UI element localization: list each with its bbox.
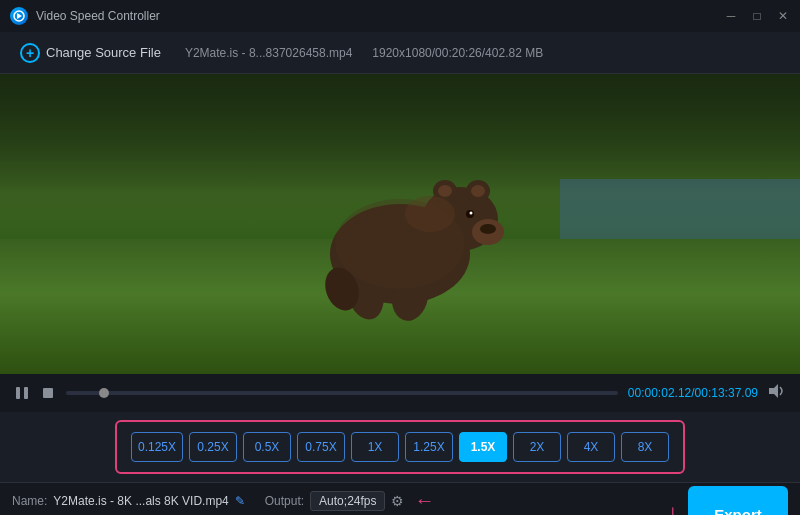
change-source-button[interactable]: + Change Source File [12, 39, 169, 67]
speed-button-4x[interactable]: 4X [567, 432, 615, 462]
speed-button-075x[interactable]: 0.75X [297, 432, 345, 462]
progress-handle[interactable] [99, 388, 109, 398]
speed-button-8x[interactable]: 8X [621, 432, 669, 462]
output-value[interactable]: Auto;24fps [310, 491, 385, 511]
output-section: Output: Auto;24fps ⚙ ← [265, 489, 435, 512]
speed-button-15x[interactable]: 1.5X [459, 432, 507, 462]
close-button[interactable]: ✕ [776, 9, 790, 23]
output-label: Output: [265, 494, 304, 508]
total-time: 00:13:37.09 [695, 386, 758, 400]
water-reflection [560, 179, 800, 239]
progress-bar[interactable] [66, 391, 618, 395]
speed-container: 0.125X0.25X0.5X0.75X1X1.25X1.5X2X4X8X [0, 412, 800, 482]
svg-point-6 [438, 185, 452, 197]
file-details: 1920x1080/00:20:26/402.82 MB [372, 46, 543, 60]
current-time: 00:00:02.12 [628, 386, 691, 400]
stop-button[interactable] [40, 385, 56, 401]
change-source-label: Change Source File [46, 45, 161, 60]
svg-point-11 [470, 212, 473, 215]
video-thumbnail [0, 74, 800, 374]
edit-icon[interactable]: ✎ [235, 494, 245, 508]
playback-bar: 00:00:02.12/00:13:37.09 [0, 374, 800, 412]
settings-button[interactable]: ⚙ [391, 493, 404, 509]
name-value: Y2Mate.is - 8K ...als 8K VID.mp4 [53, 494, 228, 508]
svg-point-9 [480, 224, 496, 234]
title-bar: Video Speed Controller ─ □ ✕ [0, 0, 800, 32]
svg-rect-17 [16, 387, 20, 399]
svg-marker-20 [769, 384, 778, 398]
name-section: Name: Y2Mate.is - 8K ...als 8K VID.mp4 ✎ [12, 494, 245, 508]
speed-button-2x[interactable]: 2X [513, 432, 561, 462]
speed-button-0125x[interactable]: 0.125X [131, 432, 183, 462]
svg-marker-1 [17, 13, 22, 19]
toolbar: + Change Source File Y2Mate.is - 8...837… [0, 32, 800, 74]
bottom-section: Name: Y2Mate.is - 8K ...als 8K VID.mp4 ✎… [0, 482, 800, 515]
app-icon [10, 7, 28, 25]
plus-circle-icon: + [20, 43, 40, 63]
file-name: Y2Mate.is - 8...837026458.mp4 [185, 46, 352, 60]
app-title: Video Speed Controller [36, 9, 160, 23]
minimize-button[interactable]: ─ [724, 9, 738, 23]
time-display: 00:00:02.12/00:13:37.09 [628, 386, 758, 400]
play-button[interactable] [14, 385, 30, 401]
titlebar-controls: ─ □ ✕ [724, 9, 790, 23]
speed-selector: 0.125X0.25X0.5X0.75X1X1.25X1.5X2X4X8X [115, 420, 685, 474]
svg-rect-18 [24, 387, 28, 399]
bear-image [260, 124, 540, 324]
svg-point-7 [471, 185, 485, 197]
svg-rect-19 [43, 388, 53, 398]
speed-button-05x[interactable]: 0.5X [243, 432, 291, 462]
export-button[interactable]: Export [688, 486, 788, 515]
bottom-bar: Name: Y2Mate.is - 8K ...als 8K VID.mp4 ✎… [0, 482, 800, 515]
video-player[interactable] [0, 74, 800, 374]
arrow-left-icon: ← [414, 489, 434, 512]
titlebar-left: Video Speed Controller [10, 7, 160, 25]
speed-button-125x[interactable]: 1.25X [405, 432, 453, 462]
maximize-button[interactable]: □ [750, 9, 764, 23]
speed-button-025x[interactable]: 0.25X [189, 432, 237, 462]
svg-point-16 [405, 196, 455, 232]
speed-button-1x[interactable]: 1X [351, 432, 399, 462]
name-label: Name: [12, 494, 47, 508]
volume-button[interactable] [768, 383, 786, 403]
